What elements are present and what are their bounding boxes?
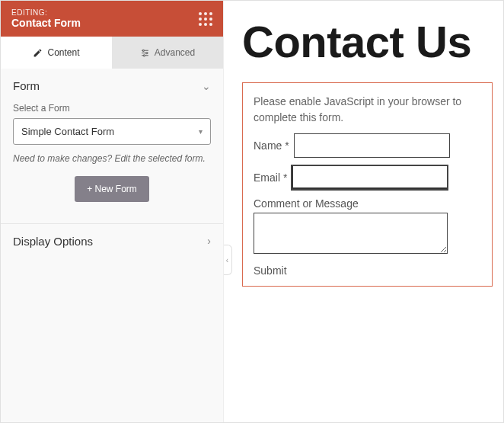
sliders-icon — [140, 48, 150, 58]
form-select[interactable]: Simple Contact Form ▾ — [13, 118, 211, 145]
form-section-body: Select a Form Simple Contact Form ▾ Need… — [1, 103, 223, 213]
form-section-title: Form — [13, 79, 40, 92]
tab-content[interactable]: Content — [1, 37, 112, 69]
new-form-button[interactable]: + New Form — [75, 176, 149, 202]
chevron-right-icon: › — [207, 235, 211, 247]
comment-field[interactable] — [254, 213, 448, 254]
tabs: Content Advanced — [1, 37, 223, 69]
select-form-label: Select a Form — [13, 103, 211, 114]
form-select-value: Simple Contact Form — [21, 126, 114, 137]
tab-content-label: Content — [47, 47, 79, 58]
form-section-header[interactable]: Form ⌄ — [1, 69, 223, 103]
preview-area: ‹ Contact Us Please enable JavaScript in… — [224, 1, 503, 422]
comment-label: Comment or Message — [254, 197, 481, 210]
display-options-header[interactable]: Display Options › — [1, 224, 223, 258]
widget-title: Contact Form — [11, 17, 81, 29]
name-field[interactable] — [294, 133, 450, 158]
editing-label: EDITING: — [11, 8, 81, 17]
panel-header: EDITING: Contact Form — [1, 1, 223, 37]
svg-point-5 — [143, 54, 145, 56]
page-title: Contact Us — [242, 19, 493, 66]
caret-down-icon: ▾ — [199, 127, 203, 136]
apps-icon[interactable] — [199, 12, 212, 26]
tab-advanced[interactable]: Advanced — [112, 37, 223, 69]
email-field[interactable] — [292, 165, 448, 190]
name-label: Name * — [254, 139, 289, 152]
comment-row: Comment or Message — [254, 197, 481, 257]
chevron-down-icon: ⌄ — [202, 80, 211, 92]
email-label: Email * — [254, 171, 287, 184]
collapse-panel-button[interactable]: ‹ — [224, 245, 232, 275]
editor-panel: EDITING: Contact Form Content Advanced F… — [1, 1, 224, 422]
submit-button[interactable]: Submit — [254, 264, 481, 277]
help-text: Need to make changes? Edit the selected … — [13, 152, 211, 165]
header-text: EDITING: Contact Form — [11, 8, 81, 29]
svg-point-3 — [142, 50, 144, 51]
name-row: Name * — [254, 133, 481, 158]
form-preview: Please enable JavaScript in your browser… — [242, 82, 493, 287]
js-notice: Please enable JavaScript in your browser… — [254, 94, 481, 126]
svg-point-4 — [145, 52, 147, 53]
tab-advanced-label: Advanced — [155, 47, 195, 58]
pencil-icon — [33, 48, 43, 58]
email-row: Email * — [254, 165, 481, 190]
display-options-title: Display Options — [13, 235, 93, 248]
